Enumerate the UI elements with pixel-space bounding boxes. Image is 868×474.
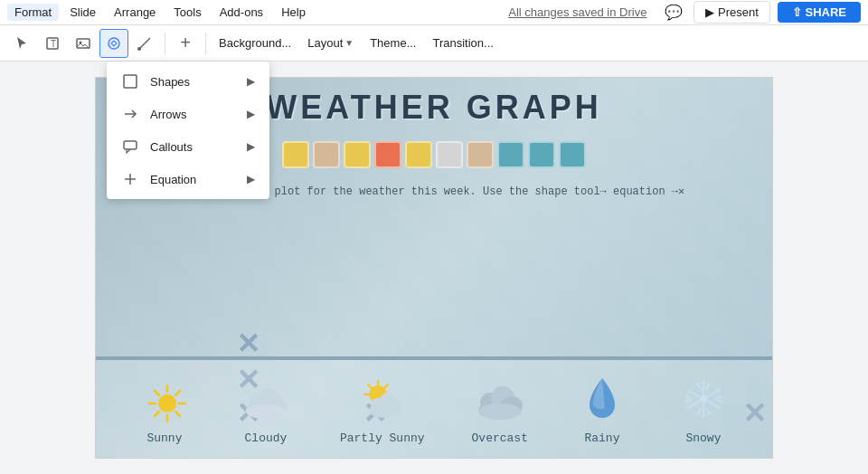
callouts-icon (121, 137, 139, 156)
svg-line-49 (697, 409, 701, 414)
dropdown-shapes[interactable]: Shapes ▶ (107, 65, 269, 98)
overcast-label: Overcast (472, 431, 528, 445)
overcast-icon (473, 374, 527, 428)
rainy-icon (575, 374, 629, 428)
toolbar-separator-1 (165, 33, 165, 54)
weather-legend-bar: Sunny Cloudy (96, 358, 772, 458)
background-button[interactable]: Background... (212, 33, 298, 53)
theme-button[interactable]: Theme... (363, 33, 423, 53)
svg-text:T: T (51, 39, 56, 49)
svg-point-37 (386, 400, 402, 414)
background-label: Background... (219, 36, 291, 50)
menu-format[interactable]: Format (7, 4, 59, 21)
color-box (559, 141, 586, 168)
weather-overcast: Overcast (472, 374, 528, 445)
svg-line-18 (175, 412, 180, 416)
line-tool[interactable] (130, 29, 159, 58)
color-box (528, 141, 555, 168)
partly-sunny-icon (355, 374, 410, 428)
menu-bar: Format Slide Arrange Tools Add-ons Help … (0, 0, 868, 25)
svg-point-12 (158, 394, 176, 412)
color-box (467, 141, 494, 168)
callouts-label: Callouts (150, 140, 193, 154)
svg-point-6 (137, 47, 141, 51)
svg-point-4 (108, 38, 119, 49)
callouts-submenu-arrow: ▶ (247, 140, 255, 153)
layout-label: Layout (307, 36, 343, 50)
svg-line-5 (139, 38, 150, 49)
menu-tools[interactable]: Tools (166, 4, 208, 21)
weather-snowy: Snowy (676, 374, 731, 445)
menu-arrange[interactable]: Arrange (107, 4, 163, 21)
text-box-tool[interactable]: T (38, 29, 67, 58)
cloudy-icon (239, 374, 293, 428)
svg-line-33 (384, 384, 388, 388)
weather-rainy: Rainy (575, 374, 629, 445)
sunny-label: Sunny (146, 431, 182, 445)
menu-help[interactable]: Help (274, 4, 313, 21)
svg-line-52 (685, 400, 691, 402)
svg-line-19 (175, 391, 180, 395)
layout-arrow: ▼ (344, 38, 354, 48)
theme-label: Theme... (370, 36, 416, 50)
shapes-label: Shapes (150, 75, 190, 89)
dropdown-callouts[interactable]: Callouts ▶ (107, 130, 269, 163)
svg-rect-9 (124, 141, 137, 149)
svg-point-25 (246, 404, 286, 419)
dropdown-arrows[interactable]: Arrows ▶ (107, 98, 269, 130)
color-box (374, 141, 401, 168)
svg-point-55 (700, 395, 707, 403)
shape-dropdown-menu: Shapes ▶ Arrows ▶ Callouts ▶ Equation ▶ (107, 62, 269, 199)
svg-line-50 (706, 409, 710, 414)
color-box (405, 141, 432, 168)
present-button[interactable]: ▶ Present (693, 1, 769, 24)
header-icons: 💬 ▶ Present ⇧ SHARE (661, 0, 861, 25)
color-box (282, 141, 309, 168)
svg-line-54 (716, 400, 722, 402)
color-box (344, 141, 371, 168)
color-box (436, 141, 463, 168)
partly-sunny-label: Partly Sunny (340, 431, 425, 445)
layout-button[interactable]: Layout ▼ (300, 33, 361, 53)
color-box (313, 141, 340, 168)
menu-slide[interactable]: Slide (62, 4, 103, 21)
weather-cloudy: Cloudy (239, 374, 293, 445)
svg-line-48 (706, 384, 710, 389)
svg-line-31 (368, 384, 372, 388)
svg-rect-7 (124, 75, 137, 88)
cloudy-label: Cloudy (245, 431, 288, 445)
dropdown-equation[interactable]: Equation ▶ (107, 163, 269, 195)
rainy-label: Rainy (584, 431, 619, 445)
svg-point-42 (478, 403, 522, 420)
toolbar-separator-2 (205, 33, 206, 54)
select-tool[interactable] (7, 29, 36, 58)
menu-add-ons[interactable]: Add-ons (212, 4, 270, 21)
slide-title: WEATHER GRAPH (266, 89, 601, 127)
image-tool[interactable] (69, 29, 98, 58)
equation-icon (121, 170, 139, 188)
transition-button[interactable]: Transition... (425, 33, 500, 53)
comments-icon[interactable]: 💬 (661, 0, 686, 25)
arrows-submenu-arrow: ▶ (247, 108, 255, 120)
sunny-icon (137, 374, 192, 428)
svg-line-51 (685, 396, 691, 398)
snowy-icon (676, 374, 731, 428)
shape-tool[interactable] (99, 29, 128, 58)
add-shape-button[interactable]: + (171, 29, 200, 58)
weather-partly-sunny: Partly Sunny (340, 374, 425, 445)
color-box (497, 141, 524, 168)
shapes-icon (121, 72, 139, 90)
transition-label: Transition... (432, 36, 493, 50)
saved-status: All changes saved in Drive (508, 5, 646, 19)
weather-sunny: Sunny (137, 374, 192, 445)
arrows-label: Arrows (150, 108, 186, 121)
shapes-submenu-arrow: ▶ (247, 75, 255, 88)
equation-label: Equation (150, 173, 196, 186)
equation-submenu-arrow: ▶ (247, 173, 255, 185)
svg-line-53 (716, 396, 722, 398)
share-button[interactable]: ⇧ SHARE (778, 2, 861, 23)
snowy-label: Snowy (685, 431, 721, 445)
svg-line-47 (697, 384, 701, 389)
svg-line-17 (155, 391, 159, 395)
arrows-icon (121, 105, 139, 123)
